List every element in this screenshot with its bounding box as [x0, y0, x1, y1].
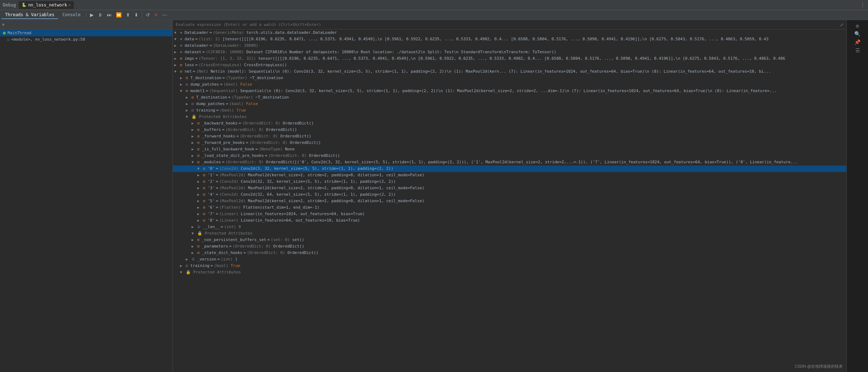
variable-row[interactable]: ▼≡ DataLoader=(GenericMeta) torch.utils.…: [173, 30, 846, 36]
stop-button[interactable]: ✕: [152, 12, 160, 18]
variable-row[interactable]: ▶① __len__=(int) 9: [173, 224, 846, 230]
toggle-icon[interactable]: ▶: [192, 127, 197, 133]
variable-row[interactable]: ▼⊞ '0'=(Conv2d) Conv2d(3, 32, kernel_siz…: [173, 165, 846, 172]
toggle-icon[interactable]: ▶: [180, 82, 185, 87]
toggle-icon[interactable]: ▼: [192, 231, 197, 236]
toggle-icon[interactable]: ▶: [197, 192, 202, 198]
variable-row[interactable]: ▼⊞ model1=(Sequential) Sequential(\n (0)…: [173, 88, 846, 94]
toggle-icon[interactable]: ▶: [197, 198, 202, 204]
far-right-icon-2[interactable]: 🔍: [855, 31, 860, 37]
variable-row[interactable]: ▼🔒 Protected Attributes: [173, 269, 846, 276]
variable-row[interactable]: ▶⊞ _forward_pre_hooks=(OrderedDict: 0) O…: [173, 140, 846, 146]
toggle-icon[interactable]: ▶: [197, 172, 202, 178]
toggle-icon[interactable]: ▶: [192, 140, 197, 146]
far-right-icon-4[interactable]: ☰: [855, 47, 860, 53]
rerun-button[interactable]: ↺: [144, 12, 152, 18]
var-eq: =: [243, 250, 246, 256]
toggle-icon[interactable]: ▶: [192, 224, 197, 230]
main-thread-item[interactable]: MainThread: [0, 30, 172, 36]
expression-input[interactable]: [176, 22, 838, 27]
toggle-icon[interactable]: ▶: [197, 218, 202, 223]
pause-button[interactable]: ⏸: [96, 12, 104, 18]
toggle-icon[interactable]: ▼: [180, 269, 185, 275]
toggle-icon[interactable]: ▶: [186, 108, 191, 113]
far-right-icon-1[interactable]: ⚙: [855, 23, 860, 29]
variable-tree[interactable]: ▼≡ DataLoader=(GenericMeta) torch.utils.…: [173, 30, 846, 372]
more-button[interactable]: ⋯: [161, 12, 169, 18]
variable-row[interactable]: ▶⊞ _backward_hooks=(OrderedDict: 0) Orde…: [173, 120, 846, 127]
toggle-icon[interactable]: ▶: [174, 43, 179, 49]
toggle-icon[interactable]: ▼: [174, 30, 179, 36]
more-options-icon[interactable]: ⋮: [860, 2, 865, 8]
toggle-icon[interactable]: ▶: [186, 101, 191, 107]
variable-row[interactable]: ▼⊞ _modules=(OrderedDict: 9) OrderedDict…: [173, 159, 846, 165]
far-right-icon-3[interactable]: 📌: [855, 39, 860, 45]
expand-icon[interactable]: ⤢: [840, 22, 844, 27]
frame-item[interactable]: ◻ <module>, nn_loss_network.py:50: [0, 36, 172, 42]
variable-row[interactable]: ▶⊞ '5'=(MaxPool2d) MaxPool2d(kernel_size…: [173, 198, 846, 204]
variable-row[interactable]: ▼⊞ net=(Net) Net(in (model): Sequential(…: [173, 68, 846, 75]
variable-row[interactable]: ▶⊞ _buffers=(OrderedDict: 0) OrderedDict…: [173, 127, 846, 133]
variable-row[interactable]: ▶⊡ training=(bool) True: [173, 107, 846, 114]
toggle-icon[interactable]: ▶: [192, 237, 197, 243]
variable-row[interactable]: ▼🔒 Protected Attributes: [173, 230, 846, 237]
variable-row[interactable]: ▶⊞ T_destination=(TypeVar) ~T_destinatio…: [173, 75, 846, 81]
tab-console[interactable]: Console: [59, 11, 84, 19]
tab-close-icon[interactable]: ✕: [69, 3, 71, 7]
toggle-icon[interactable]: ▶: [192, 250, 197, 256]
toggle-icon[interactable]: ▶: [174, 49, 179, 55]
toggle-icon[interactable]: ▶: [186, 95, 191, 100]
toggle-icon[interactable]: ▶: [192, 244, 197, 249]
variable-row[interactable]: ▶① _version=(int) 1: [173, 256, 846, 263]
variable-row[interactable]: ▶⊞ '4'=(Conv2d) Conv2d(32, 64, kernel_si…: [173, 191, 846, 198]
toggle-icon[interactable]: ▼: [197, 166, 202, 172]
toggle-icon[interactable]: ▼: [186, 114, 191, 120]
tab-threads-variables[interactable]: Threads & Variables: [1, 11, 58, 19]
variable-row[interactable]: ▶⊞ T_destination=(TypeVar) ~T_destinatio…: [173, 94, 846, 101]
variable-row[interactable]: ▶⊡ training=(bool) True: [173, 263, 846, 269]
step-into-button[interactable]: ⏩: [114, 12, 123, 18]
variable-row[interactable]: ▶⊞ loss=(CrossEntropyLoss) CrossEntropyL…: [173, 62, 846, 68]
step-over-button[interactable]: ⏭: [105, 12, 113, 18]
variable-row[interactable]: ▶⊞ _is_full_backward_hook=(NoneType) Non…: [173, 146, 846, 153]
variable-row[interactable]: ▼🔒 Protected Attributes: [173, 114, 846, 120]
variable-row[interactable]: ▶≡ dataset=(CIFAR10: 10000) Dataset CIFA…: [173, 49, 846, 55]
toggle-icon[interactable]: ▶: [192, 146, 197, 152]
toggle-icon[interactable]: ▼: [180, 88, 185, 94]
variable-row[interactable]: ▼≡ data=(list: 2) [tensor([[[[0.6196, 0.…: [173, 36, 846, 42]
toggle-icon[interactable]: ▶: [197, 205, 202, 210]
variable-row[interactable]: ▶⊡ dump_patches=(bool) False: [173, 101, 846, 107]
toggle-icon[interactable]: ▶: [186, 257, 191, 262]
variable-row[interactable]: ▶⊞ _load_state_dict_pre_hooks=(OrderedDi…: [173, 153, 846, 159]
toggle-icon[interactable]: ▶: [197, 179, 202, 185]
toggle-icon[interactable]: ▶: [192, 121, 197, 126]
variable-row[interactable]: ▶⊡ dump_patches=(bool) False: [173, 81, 846, 88]
variable-row[interactable]: ▶⊞ '8'=(Linear) Linear(in_features=64, o…: [173, 217, 846, 224]
toggle-icon[interactable]: ▶: [180, 263, 185, 269]
variable-row[interactable]: ▶⊞ '1'=(MaxPool2d) MaxPool2d(kernel_size…: [173, 172, 846, 178]
toggle-icon[interactable]: ▼: [174, 36, 179, 42]
variable-row[interactable]: ▶⊞ '6'=(Flatten) Flatten(start_dim=1, en…: [173, 204, 846, 211]
toggle-icon[interactable]: ▶: [174, 62, 179, 68]
variable-row[interactable]: ▶⊞ '2'=(Conv2d) Conv2d(32, 32, kernel_si…: [173, 178, 846, 185]
run-to-cursor-button[interactable]: ⬇: [132, 12, 140, 18]
variable-row[interactable]: ▶⊞ '3'=(MaxPool2d) MaxPool2d(kernel_size…: [173, 185, 846, 191]
toggle-icon[interactable]: ▼: [192, 159, 197, 165]
variable-row[interactable]: ▶⊞ _parameters=(OrderedDict: 0) OrderedD…: [173, 243, 846, 250]
variable-row[interactable]: ▶⊞ _forward_hooks=(OrderedDict: 0) Order…: [173, 133, 846, 140]
toggle-icon[interactable]: ▶: [192, 153, 197, 159]
toggle-icon[interactable]: ▼: [174, 69, 179, 74]
variable-row[interactable]: ▶⊞ _non_persistent_buffers_set=(set: 0) …: [173, 237, 846, 243]
resume-button[interactable]: ▶: [88, 12, 95, 18]
toggle-icon[interactable]: ▶: [197, 185, 202, 191]
toggle-icon[interactable]: ▶: [180, 75, 185, 81]
variable-row[interactable]: ▶⊞ imgs=(Tensor: [1, 3, 32, 32]) tensor(…: [173, 55, 846, 62]
variable-row[interactable]: ▶≡ dataloader=(DataLoader: 10000): [173, 42, 846, 49]
variable-row[interactable]: ▶⊞ _state_dict_hooks=(OrderedDict: 0) Or…: [173, 250, 846, 256]
toggle-icon[interactable]: ▶: [174, 56, 179, 62]
toggle-icon[interactable]: ▶: [197, 211, 202, 217]
variable-row[interactable]: ▶⊞ '7'=(Linear) Linear(in_features=1024,…: [173, 211, 846, 217]
file-tab[interactable]: 🐍 nn_loss_network ✕: [19, 1, 73, 9]
toggle-icon[interactable]: ▶: [192, 133, 197, 139]
step-out-button[interactable]: ⬆: [124, 12, 132, 18]
